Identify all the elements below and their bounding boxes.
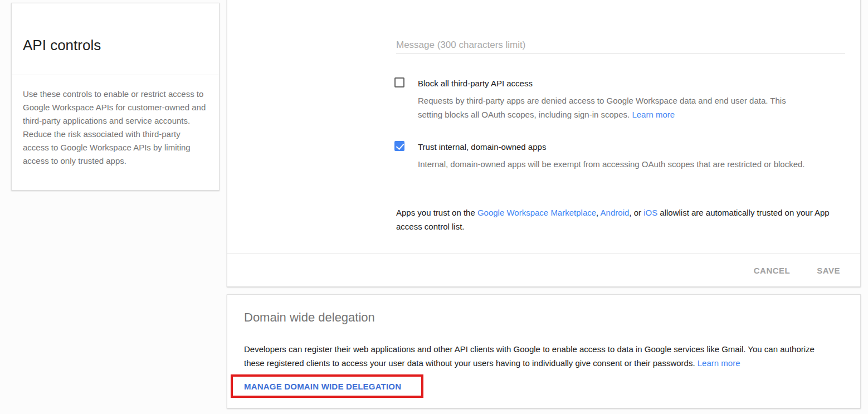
checkbox-label[interactable]: Block all third-party API access	[418, 78, 533, 89]
checkbox-label[interactable]: Trust internal, domain-owned apps	[418, 142, 546, 152]
message-input[interactable]	[396, 37, 845, 53]
note-text: Apps you trust on the	[396, 208, 477, 217]
save-button[interactable]: SAVE	[817, 266, 840, 275]
ios-link[interactable]: iOS	[643, 208, 657, 217]
learn-more-link[interactable]: Learn more	[632, 110, 675, 119]
block-third-party-api-checkbox[interactable]	[394, 77, 404, 87]
cancel-button[interactable]: CANCEL	[754, 266, 791, 275]
note-text: , or	[629, 208, 643, 217]
delegation-description: Developers can register their web applic…	[244, 343, 826, 370]
app-access-settings-card: Block all third-party API access Request…	[227, 0, 861, 287]
page-title: API controls	[12, 3, 219, 75]
trusted-apps-note: Apps you trust on the Google Workspace M…	[396, 206, 831, 233]
workspace-marketplace-link[interactable]: Google Workspace Marketplace	[477, 208, 596, 217]
manage-domain-wide-delegation-link[interactable]: MANAGE DOMAIN WIDE DELEGATION	[244, 382, 401, 391]
description-text: Requests by third-party apps are denied …	[418, 96, 786, 119]
trust-internal-apps-checkbox[interactable]	[394, 141, 404, 151]
domain-wide-delegation-card: Domain wide delegation Developers can re…	[227, 294, 861, 408]
android-link[interactable]: Android	[601, 208, 630, 217]
divider	[12, 75, 219, 75]
api-controls-description: Use these controls to enable or restrict…	[23, 87, 207, 168]
checkbox-description: Internal, domain-owned apps will be exem…	[418, 158, 808, 172]
learn-more-link[interactable]: Learn more	[698, 358, 740, 368]
section-title: Domain wide delegation	[244, 310, 375, 325]
action-bar: CANCEL SAVE	[227, 254, 860, 287]
annotation-highlight-box: MANAGE DOMAIN WIDE DELEGATION	[231, 374, 423, 398]
api-controls-card: API controls Use these controls to enabl…	[11, 3, 220, 191]
note-text: ,	[596, 208, 601, 217]
checkbox-description: Requests by third-party apps are denied …	[418, 94, 794, 121]
